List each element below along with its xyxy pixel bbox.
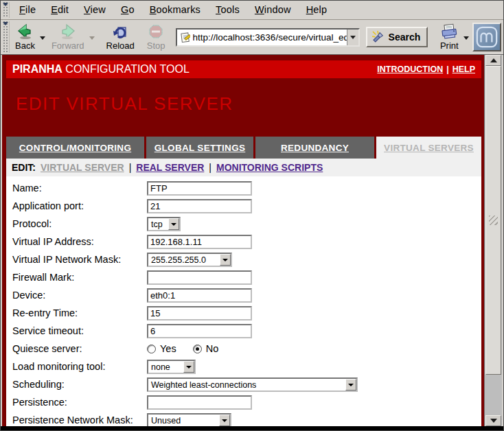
subnav-real-server-link[interactable]: REAL SERVER (136, 162, 204, 173)
menu-go[interactable]: Go (113, 1, 142, 19)
forward-label: Forward (51, 40, 84, 51)
subnav-virtual-server-link[interactable]: VIRTUAL SERVER (41, 162, 124, 173)
toolbar-grippy-icon[interactable] (2, 21, 10, 53)
menu-bookmarks[interactable]: Bookmarks (142, 1, 208, 19)
form-row: Re-entry Time: (6, 305, 481, 323)
tab-global-settings[interactable]: GLOBAL SETTINGS (146, 137, 253, 159)
form-row: Firewall Mark: (6, 270, 481, 288)
vertical-scrollbar[interactable] (484, 55, 502, 426)
introduction-link[interactable]: INTRODUCTION (377, 65, 443, 74)
service-timeout-input[interactable] (147, 324, 252, 338)
persistence-network-mask-label: Persistence Network Mask: (12, 415, 133, 426)
persistence-input[interactable] (147, 395, 252, 410)
reload-button[interactable]: Reload (103, 21, 138, 54)
quiesce-server-label: Quiesce server: (12, 343, 82, 354)
page-viewport: PIRANHA CONFIGURATION TOOL INTRODUCTION … (2, 55, 485, 426)
back-icon (16, 23, 34, 40)
subnav-separator: | (129, 162, 132, 173)
print-label: Print (440, 40, 459, 51)
edit-subnav: EDIT: VIRTUAL SERVER | REAL SERVER | MON… (6, 159, 481, 176)
menu-tools[interactable]: Tools (208, 1, 247, 19)
back-label: Back (15, 40, 35, 51)
menu-edit[interactable]: Edit (43, 1, 76, 19)
name-input[interactable] (147, 181, 252, 196)
virtual-ip-address-label: Virtual IP Address: (12, 236, 94, 247)
virtual-ip-network-mask-select[interactable]: 255.255.255.0 (147, 253, 232, 267)
header-nav: INTRODUCTION | HELP (377, 65, 475, 74)
tab-control-monitoring[interactable]: CONTROL/MONITORING (6, 137, 144, 159)
form-row: Service timeout: (6, 323, 481, 341)
virtual-ip-network-mask-value: 255.255.255.0 (148, 255, 220, 265)
load-monitoring-tool-label: Load monitoring tool: (12, 361, 105, 372)
persistence-network-mask-value: Unused (148, 416, 219, 426)
service-timeout-label: Service timeout: (12, 325, 84, 336)
firewall-mark-input[interactable] (147, 270, 252, 285)
form-row: Persistence: (6, 395, 481, 412)
menu-help[interactable]: Help (299, 1, 335, 19)
form-row: Protocol: tcp (6, 216, 481, 234)
browser-window: File Edit View Go Bookmarks Tools Window… (0, 0, 504, 431)
chevron-down-icon (345, 379, 356, 391)
scroll-down-button[interactable] (485, 415, 501, 426)
print-button[interactable]: Print (436, 21, 462, 54)
quiesce-server-radio-group: Yes No (147, 343, 218, 354)
quiesce-yes-radio[interactable] (147, 345, 156, 353)
chevron-down-icon (350, 36, 356, 42)
tab-redundancy[interactable]: REDUNDANCY (255, 137, 374, 159)
bookmark-page-icon[interactable] (180, 32, 190, 43)
scheduling-label: Scheduling: (12, 379, 65, 390)
help-link[interactable]: HELP (453, 65, 475, 74)
protocol-label: Protocol: (12, 218, 51, 229)
form-row: Load monitoring tool: none (6, 359, 481, 377)
load-monitoring-tool-select[interactable]: none (147, 360, 196, 374)
print-dropdown-icon[interactable] (463, 36, 469, 43)
tab-virtual-servers[interactable]: VIRTUAL SERVERS (376, 137, 481, 159)
piranha-header-bar: PIRANHA CONFIGURATION TOOL INTRODUCTION … (6, 60, 481, 78)
virtual-ip-address-input[interactable] (147, 235, 252, 249)
scroll-up-icon (490, 55, 497, 62)
subnav-separator: | (209, 162, 211, 173)
mozilla-logo-button[interactable] (472, 23, 501, 51)
form-row: Scheduling: Weighted least-connections (6, 377, 481, 395)
print-icon (439, 23, 459, 40)
re-entry-time-input[interactable] (147, 306, 252, 321)
scroll-down-icon (490, 419, 497, 426)
virtual-server-form: Name: Application port: Protocol: tcp Vi… (6, 176, 481, 426)
form-row: Quiesce server: Yes No (6, 341, 481, 359)
tab-bar: CONTROL/MONITORING GLOBAL SETTINGS REDUN… (6, 137, 481, 159)
url-dropdown-button[interactable] (347, 30, 358, 45)
scrollbar-gripper-icon (489, 216, 498, 225)
forward-button[interactable]: Forward (48, 21, 88, 54)
protocol-select[interactable]: tcp (147, 217, 181, 231)
scrollbar-thumb[interactable] (485, 66, 501, 375)
app-brand: PIRANHA CONFIGURATION TOOL (12, 63, 190, 75)
scheduling-select[interactable]: Weighted least-connections (147, 377, 358, 392)
stop-button[interactable]: Stop (144, 21, 169, 54)
form-row: Application port: (6, 198, 481, 216)
search-button[interactable]: Search (366, 27, 428, 47)
back-button[interactable]: Back (12, 21, 38, 54)
device-input[interactable] (147, 288, 252, 303)
url-input[interactable] (193, 32, 347, 43)
application-port-input[interactable] (147, 199, 252, 213)
toolbar-grippy-icon[interactable] (2, 2, 10, 18)
scroll-up-button[interactable] (485, 55, 501, 66)
menu-window[interactable]: Window (247, 1, 299, 19)
page-title: EDIT VIRTUAL SERVER (16, 94, 233, 113)
form-row: Virtual IP Network Mask: 255.255.255.0 (6, 252, 481, 270)
load-monitoring-tool-value: none (148, 362, 183, 372)
forward-dropdown-icon[interactable] (89, 36, 95, 43)
menu-file[interactable]: File (12, 1, 43, 19)
quiesce-no-radio[interactable] (193, 345, 202, 353)
device-label: Device: (12, 290, 45, 301)
menu-view[interactable]: View (76, 1, 113, 19)
quiesce-no-label: No (206, 343, 219, 354)
back-dropdown-icon[interactable] (40, 36, 45, 43)
subnav-monitoring-scripts-link[interactable]: MONITORING SCRIPTS (216, 162, 323, 173)
persistence-network-mask-select[interactable]: Unused (147, 413, 231, 426)
chevron-down-icon (219, 415, 230, 426)
re-entry-time-label: Re-entry Time: (12, 307, 78, 318)
edit-prefix: EDIT: (12, 162, 36, 173)
form-row: Name: (6, 180, 481, 198)
stop-label: Stop (147, 40, 165, 51)
